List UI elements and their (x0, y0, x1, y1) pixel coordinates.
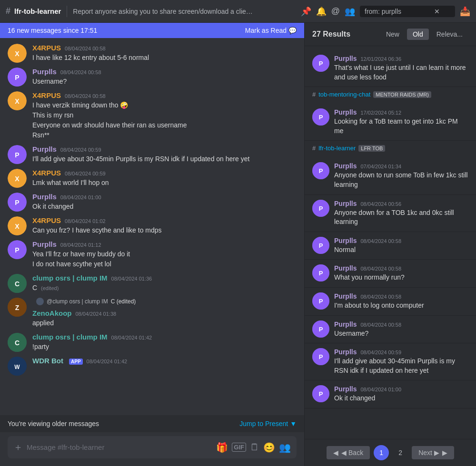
svg-text:P: P (319, 298, 323, 305)
search-box[interactable]: ✕ (360, 6, 455, 17)
result-message: P Purplls 08/04/2024 00:58 I'm about to … (312, 292, 468, 311)
message-content: X4RPUS 08/04/2024 00:58 I have like 12 k… (32, 44, 297, 63)
channel-tag: # tob-mentoring-chat MENTOR RAIDS (MR) (312, 91, 468, 98)
result-body: Purplls 08/04/2024 00:59 I'll add give a… (334, 348, 468, 375)
inbox-icon[interactable]: 📥 (460, 6, 470, 17)
notification-icon[interactable]: 🔔 (316, 6, 327, 17)
message-content: clump osrs | clump IM 08/04/2024 01:36 C… (32, 274, 297, 293)
next-arrow-icon: ▶ (442, 449, 447, 456)
result-text: Username? (334, 329, 468, 339)
back-arrow-icon: ◀ (333, 449, 338, 456)
avatar: X (8, 91, 27, 110)
result-timestamp: 08/04/2024 00:58 (360, 322, 401, 328)
search-result-item[interactable]: P Purplls 08/04/2024 00:58 Normal (305, 232, 476, 260)
result-username: Purplls (334, 237, 357, 244)
username: X4RPUS (32, 169, 61, 177)
avatar: W (8, 357, 27, 376)
svg-text:P: P (319, 242, 323, 249)
search-result-item[interactable]: P Purplls 07/04/2024 01:34 Anyone down t… (305, 157, 476, 194)
svg-text:P: P (15, 74, 19, 81)
search-filter-tabs: New Old Releva... (380, 29, 468, 40)
result-header: Purplls 12/01/2024 06:36 (334, 55, 468, 62)
result-username: Purplls (334, 348, 357, 356)
result-avatar: P (312, 237, 329, 254)
gif-icon[interactable]: GIF (232, 443, 246, 452)
message-group: W WDR Bot APP 08/04/2024 01:42 (0, 355, 304, 378)
message-text: I have verzik timing down tho 🤪 (32, 100, 297, 110)
message-header: clump osrs | clump IM 08/04/2024 01:36 (32, 274, 297, 282)
result-header: Purplls 07/04/2024 01:34 (334, 162, 468, 170)
search-result-item[interactable]: P Purplls 17/02/2024 05:12 Looking for a… (305, 104, 476, 141)
search-result-item[interactable]: P Purplls 12/01/2024 06:36 That's what I… (305, 50, 476, 87)
filter-new-button[interactable]: New (380, 29, 405, 40)
search-results-list[interactable]: P Purplls 12/01/2024 06:36 That's what I… (305, 46, 476, 439)
timestamp: 08/04/2024 01:36 (111, 276, 152, 282)
back-button[interactable]: ◀ ◀ Back (327, 446, 370, 459)
search-result-item[interactable]: P Purplls 08/04/2024 00:58 What you norm… (305, 260, 476, 288)
gift-icon[interactable]: 🎁 (216, 442, 228, 453)
search-result-item[interactable]: P Purplls 08/04/2024 01:00 Ok it changed (305, 380, 476, 408)
message-input[interactable] (27, 443, 212, 451)
message-content: Purplls 08/04/2024 00:59 I'll add give a… (32, 145, 297, 164)
topbar-icons: 📌 🔔 @ 👥 ✕ 📥 (301, 6, 470, 17)
svg-text:X: X (15, 223, 20, 230)
search-input[interactable] (365, 8, 431, 15)
mark-as-read-button[interactable]: Mark as Read 💬 (245, 27, 297, 34)
timestamp: 08/04/2024 01:42 (111, 335, 152, 340)
filter-old-button[interactable]: Old (407, 29, 429, 40)
mention-icon[interactable]: @ (331, 6, 340, 16)
svg-text:P: P (319, 270, 323, 277)
page-2-button[interactable]: 2 (393, 445, 408, 460)
filter-relevant-button[interactable]: Releva... (431, 29, 468, 40)
svg-text:P: P (319, 390, 323, 398)
result-header: Purplls 08/04/2024 00:58 (334, 264, 468, 272)
svg-text:P: P (319, 326, 323, 333)
result-message: P Purplls 08/04/2024 00:58 What you norm… (312, 264, 468, 282)
page-1-button[interactable]: 1 (374, 445, 389, 460)
jump-to-present-button[interactable]: Jump to Present ▼ (239, 420, 297, 427)
result-text: Normal (334, 245, 468, 255)
message-group: X X4RPUS 08/04/2024 01:02 Can you frz? I… (0, 214, 304, 237)
result-avatar: P (312, 55, 329, 72)
emoji-icon[interactable]: 😊 (263, 442, 275, 453)
result-header: Purplls 08/04/2024 00:58 (334, 292, 468, 300)
message-header: clump osrs | clump IM 08/04/2024 01:42 (32, 333, 297, 341)
search-result-item[interactable]: P Purplls 08/04/2024 00:56 Anyone down f… (305, 195, 476, 232)
sticker-icon[interactable]: 🗒 (250, 442, 259, 453)
search-close-icon[interactable]: ✕ (434, 8, 440, 15)
search-result-item[interactable]: P Purplls 08/04/2024 00:59 I'll add give… (305, 343, 476, 380)
pin-icon[interactable]: 📌 (301, 6, 311, 17)
svg-text:W: W (14, 364, 20, 370)
avatar: P (8, 193, 27, 212)
members-icon[interactable]: 👥 (345, 6, 355, 17)
channel-name: lfr-tob-learner (14, 7, 61, 15)
svg-text:Z: Z (15, 304, 20, 311)
result-message: P Purplls 17/02/2024 05:12 Looking for a… (312, 108, 468, 136)
hash-icon: # (6, 6, 10, 16)
result-message: P Purplls 08/04/2024 00:56 Anyone down f… (312, 200, 468, 227)
add-icon[interactable]: ＋ (13, 441, 23, 454)
messages-area[interactable]: X X4RPUS 08/04/2024 00:58 I have like 12… (0, 38, 304, 415)
search-result-item[interactable]: P Purplls 08/04/2024 00:58 Username? (305, 316, 476, 344)
result-message: P Purplls 07/04/2024 01:34 Anyone down t… (312, 162, 468, 189)
message-group: Z @clump osrs | clump IM C (edited) Zeno… (0, 296, 304, 330)
result-username: Purplls (334, 162, 357, 170)
result-text: What you normally run? (334, 273, 468, 282)
result-avatar: P (312, 200, 329, 217)
result-timestamp: 07/04/2024 01:34 (360, 164, 401, 169)
timestamp: 08/04/2024 01:12 (60, 242, 101, 248)
result-avatar: P (312, 320, 329, 338)
next-button[interactable]: Next ▶ ▶ (412, 446, 454, 459)
message-content: Purplls 08/04/2024 00:58 Username? (32, 68, 297, 87)
result-username: Purplls (334, 55, 357, 62)
activity-icon[interactable]: 👥 (279, 442, 291, 453)
message-group: P Purplls 08/04/2024 00:58 Username? (0, 66, 304, 88)
top-bar: # lfr-tob-learner Report anyone asking y… (0, 0, 476, 23)
avatar: P (8, 68, 27, 87)
chat-input-area: ＋ 🎁 GIF 🗒 😊 👥 (0, 432, 304, 466)
message-header: Purplls 08/04/2024 00:58 (32, 68, 297, 76)
timestamp: 08/04/2024 00:58 (65, 46, 106, 51)
topbar-divider (67, 6, 67, 17)
svg-text:P: P (15, 151, 19, 159)
search-result-item[interactable]: P Purplls 08/04/2024 00:58 I'm about to … (305, 288, 476, 316)
